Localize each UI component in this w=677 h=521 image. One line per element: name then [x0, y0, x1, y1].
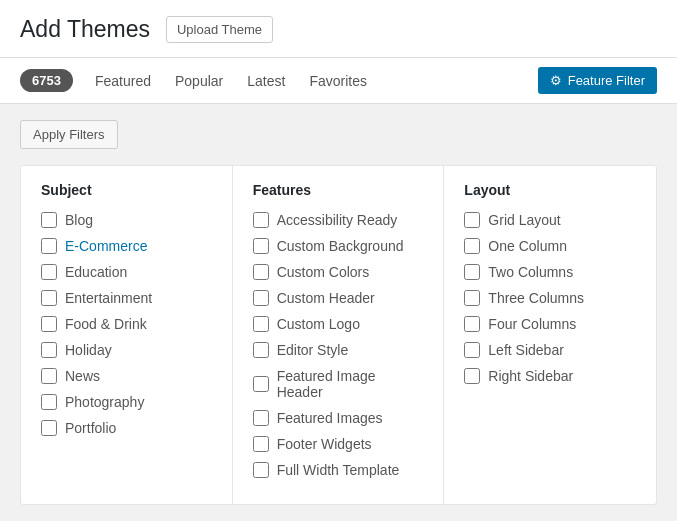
features-column-title: Features — [253, 182, 424, 198]
checkbox-portfolio-input[interactable] — [41, 420, 57, 436]
checkbox-food-drink[interactable]: Food & Drink — [41, 316, 212, 332]
feature-filter-button[interactable]: ⚙ Feature Filter — [538, 67, 657, 94]
checkbox-featured-image-header[interactable]: Featured Image Header — [253, 368, 424, 400]
checkbox-left-sidebar-input[interactable] — [464, 342, 480, 358]
checkbox-ecommerce-label: E-Commerce — [65, 238, 147, 254]
page-title: Add Themes — [20, 16, 150, 43]
checkbox-photography-input[interactable] — [41, 394, 57, 410]
nav-link-popular[interactable]: Popular — [165, 69, 233, 93]
checkbox-custom-colors[interactable]: Custom Colors — [253, 264, 424, 280]
checkbox-accessibility-ready[interactable]: Accessibility Ready — [253, 212, 424, 228]
checkbox-education[interactable]: Education — [41, 264, 212, 280]
checkbox-right-sidebar-label: Right Sidebar — [488, 368, 573, 384]
checkbox-custom-colors-label: Custom Colors — [277, 264, 370, 280]
header: Add Themes Upload Theme — [0, 0, 677, 58]
checkbox-custom-logo-label: Custom Logo — [277, 316, 360, 332]
layout-column: Layout Grid Layout One Column Two Column… — [444, 166, 656, 504]
checkbox-editor-style[interactable]: Editor Style — [253, 342, 424, 358]
checkbox-grid-layout[interactable]: Grid Layout — [464, 212, 636, 228]
checkbox-left-sidebar[interactable]: Left Sidebar — [464, 342, 636, 358]
checkbox-three-columns-input[interactable] — [464, 290, 480, 306]
checkbox-featured-images[interactable]: Featured Images — [253, 410, 424, 426]
checkbox-grid-layout-input[interactable] — [464, 212, 480, 228]
checkbox-news-label: News — [65, 368, 100, 384]
checkbox-full-width-template[interactable]: Full Width Template — [253, 462, 424, 478]
nav-link-favorites[interactable]: Favorites — [299, 69, 377, 93]
checkbox-featured-image-header-label: Featured Image Header — [277, 368, 424, 400]
checkbox-footer-widgets-input[interactable] — [253, 436, 269, 452]
features-column: Features Accessibility Ready Custom Back… — [233, 166, 445, 504]
checkbox-footer-widgets-label: Footer Widgets — [277, 436, 372, 452]
apply-filters-button[interactable]: Apply Filters — [20, 120, 118, 149]
checkbox-custom-logo[interactable]: Custom Logo — [253, 316, 424, 332]
checkbox-featured-images-label: Featured Images — [277, 410, 383, 426]
checkbox-ecommerce-input[interactable] — [41, 238, 57, 254]
checkbox-four-columns[interactable]: Four Columns — [464, 316, 636, 332]
upload-theme-button[interactable]: Upload Theme — [166, 16, 273, 43]
checkbox-one-column-input[interactable] — [464, 238, 480, 254]
page-wrapper: Add Themes Upload Theme 6753 Featured Po… — [0, 0, 677, 521]
checkbox-right-sidebar[interactable]: Right Sidebar — [464, 368, 636, 384]
checkbox-featured-image-header-input[interactable] — [253, 376, 269, 392]
gear-icon: ⚙ — [550, 73, 562, 88]
checkbox-three-columns[interactable]: Three Columns — [464, 290, 636, 306]
checkbox-right-sidebar-input[interactable] — [464, 368, 480, 384]
filters-grid: Subject Blog E-Commerce Education Entert… — [20, 165, 657, 505]
checkbox-food-drink-label: Food & Drink — [65, 316, 147, 332]
checkbox-news-input[interactable] — [41, 368, 57, 384]
checkbox-blog[interactable]: Blog — [41, 212, 212, 228]
checkbox-four-columns-label: Four Columns — [488, 316, 576, 332]
checkbox-two-columns-input[interactable] — [464, 264, 480, 280]
checkbox-blog-input[interactable] — [41, 212, 57, 228]
checkbox-holiday-label: Holiday — [65, 342, 112, 358]
checkbox-blog-label: Blog — [65, 212, 93, 228]
checkbox-portfolio[interactable]: Portfolio — [41, 420, 212, 436]
checkbox-featured-images-input[interactable] — [253, 410, 269, 426]
checkbox-photography[interactable]: Photography — [41, 394, 212, 410]
checkbox-editor-style-label: Editor Style — [277, 342, 349, 358]
checkbox-custom-colors-input[interactable] — [253, 264, 269, 280]
checkbox-custom-background-input[interactable] — [253, 238, 269, 254]
checkbox-ecommerce[interactable]: E-Commerce — [41, 238, 212, 254]
checkbox-custom-header-input[interactable] — [253, 290, 269, 306]
checkbox-full-width-template-input[interactable] — [253, 462, 269, 478]
checkbox-four-columns-input[interactable] — [464, 316, 480, 332]
checkbox-three-columns-label: Three Columns — [488, 290, 584, 306]
layout-column-title: Layout — [464, 182, 636, 198]
checkbox-entertainment-input[interactable] — [41, 290, 57, 306]
checkbox-education-input[interactable] — [41, 264, 57, 280]
checkbox-two-columns[interactable]: Two Columns — [464, 264, 636, 280]
content-area: Apply Filters Subject Blog E-Commerce Ed… — [0, 104, 677, 521]
checkbox-custom-header-label: Custom Header — [277, 290, 375, 306]
checkbox-accessibility-ready-label: Accessibility Ready — [277, 212, 398, 228]
checkbox-custom-background[interactable]: Custom Background — [253, 238, 424, 254]
checkbox-editor-style-input[interactable] — [253, 342, 269, 358]
checkbox-holiday[interactable]: Holiday — [41, 342, 212, 358]
checkbox-custom-header[interactable]: Custom Header — [253, 290, 424, 306]
checkbox-food-drink-input[interactable] — [41, 316, 57, 332]
checkbox-entertainment-label: Entertainment — [65, 290, 152, 306]
theme-count-badge: 6753 — [20, 69, 73, 92]
checkbox-news[interactable]: News — [41, 368, 212, 384]
nav-bar: 6753 Featured Popular Latest Favorites ⚙… — [0, 58, 677, 104]
checkbox-education-label: Education — [65, 264, 127, 280]
checkbox-full-width-template-label: Full Width Template — [277, 462, 400, 478]
checkbox-holiday-input[interactable] — [41, 342, 57, 358]
checkbox-entertainment[interactable]: Entertainment — [41, 290, 212, 306]
checkbox-left-sidebar-label: Left Sidebar — [488, 342, 564, 358]
checkbox-one-column-label: One Column — [488, 238, 567, 254]
checkbox-portfolio-label: Portfolio — [65, 420, 116, 436]
checkbox-custom-background-label: Custom Background — [277, 238, 404, 254]
checkbox-two-columns-label: Two Columns — [488, 264, 573, 280]
subject-column: Subject Blog E-Commerce Education Entert… — [21, 166, 233, 504]
checkbox-photography-label: Photography — [65, 394, 144, 410]
nav-link-featured[interactable]: Featured — [85, 69, 161, 93]
checkbox-accessibility-ready-input[interactable] — [253, 212, 269, 228]
checkbox-custom-logo-input[interactable] — [253, 316, 269, 332]
checkbox-footer-widgets[interactable]: Footer Widgets — [253, 436, 424, 452]
checkbox-grid-layout-label: Grid Layout — [488, 212, 560, 228]
nav-link-latest[interactable]: Latest — [237, 69, 295, 93]
checkbox-one-column[interactable]: One Column — [464, 238, 636, 254]
subject-column-title: Subject — [41, 182, 212, 198]
feature-filter-label: Feature Filter — [568, 73, 645, 88]
